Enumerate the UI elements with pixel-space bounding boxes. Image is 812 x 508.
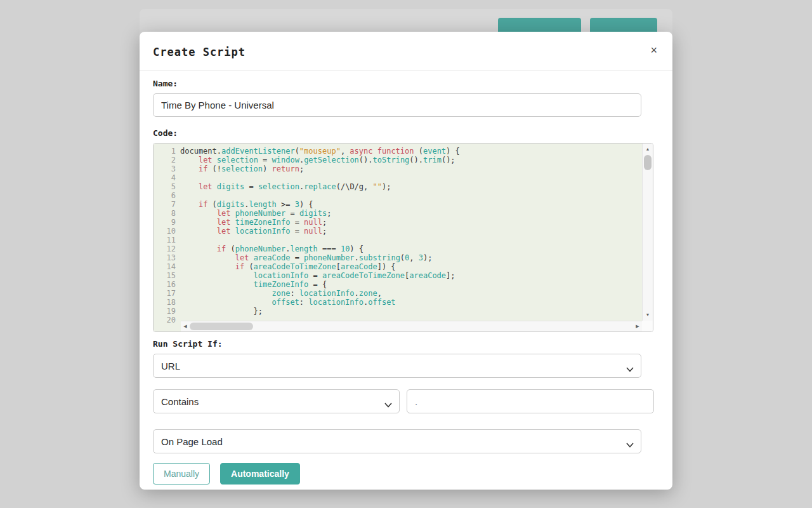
modal-body: Name: Code: 1234567891011121314151617181… (140, 70, 672, 485)
chevron-down-icon (626, 363, 634, 374)
run-condition-select[interactable]: URL (153, 354, 641, 378)
url-pattern-input[interactable] (407, 389, 654, 413)
script-name-input[interactable] (153, 93, 641, 117)
trigger-selected-value: On Page Load (161, 436, 223, 447)
horizontal-scroll-thumb[interactable] (190, 323, 253, 330)
close-icon[interactable]: × (650, 44, 657, 56)
scroll-down-icon[interactable]: ▼ (643, 311, 653, 319)
run-condition-selected-value: URL (161, 361, 180, 371)
chevron-down-icon (384, 399, 392, 410)
condition-row: Contains (153, 389, 659, 413)
scroll-up-icon[interactable]: ▲ (643, 145, 653, 154)
horizontal-scrollbar[interactable]: ◀ ▶ (181, 321, 642, 331)
footer-buttons: Manually Automatically (153, 463, 659, 485)
name-label: Name: (153, 79, 659, 88)
code-label: Code: (153, 128, 659, 138)
vertical-scroll-thumb[interactable] (644, 155, 652, 170)
run-script-if-label: Run Script If: (153, 339, 659, 349)
chevron-down-icon (626, 439, 634, 450)
code-area[interactable]: 1234567891011121314151617181920 document… (154, 144, 642, 331)
vertical-scrollbar[interactable]: ▲ ▼ (642, 144, 653, 321)
match-type-selected-value: Contains (161, 396, 199, 407)
automatically-button[interactable]: Automatically (220, 463, 300, 485)
line-numbers: 1234567891011121314151617181920 (154, 147, 180, 331)
modal-title: Create Script (153, 46, 659, 58)
scrollbar-corner (642, 321, 653, 331)
code-content[interactable]: document.addEventListener("mouseup", asy… (180, 147, 642, 331)
match-type-select[interactable]: Contains (153, 389, 400, 413)
modal-header: Create Script × (140, 32, 672, 70)
create-script-modal: Create Script × Name: Code: 123456789101… (140, 32, 672, 490)
manually-button[interactable]: Manually (153, 463, 210, 485)
code-editor[interactable]: 1234567891011121314151617181920 document… (153, 143, 653, 332)
scroll-left-icon[interactable]: ◀ (181, 321, 190, 331)
scroll-right-icon[interactable]: ▶ (633, 321, 642, 331)
trigger-select[interactable]: On Page Load (153, 429, 641, 453)
